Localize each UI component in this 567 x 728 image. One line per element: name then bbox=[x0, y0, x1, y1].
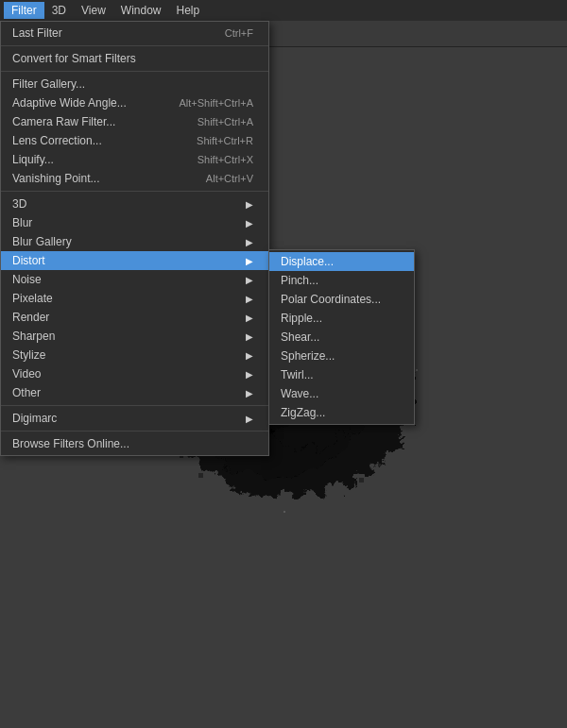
distort-submenu: Displace... Pinch... Polar Coordinates..… bbox=[268, 249, 415, 425]
menu-liquify[interactable]: Liquify... Shift+Ctrl+X bbox=[1, 150, 268, 169]
svg-rect-15 bbox=[359, 478, 364, 483]
submenu-ripple[interactable]: Ripple... bbox=[269, 309, 414, 328]
menu-bar-view[interactable]: View bbox=[74, 2, 113, 19]
menu-stylize[interactable]: Stylize ▶ bbox=[1, 346, 268, 364]
submenu-arrow-icon: ▶ bbox=[246, 218, 253, 229]
submenu-wave[interactable]: Wave... bbox=[269, 384, 414, 403]
submenu-zigzag[interactable]: ZigZag... bbox=[269, 403, 414, 422]
menu-digimarc[interactable]: Digimarc ▶ bbox=[1, 409, 268, 428]
submenu-arrow-icon: ▶ bbox=[246, 331, 253, 342]
submenu-pinch[interactable]: Pinch... bbox=[269, 271, 414, 290]
menu-bar: Filter 3D View Window Help bbox=[0, 0, 567, 21]
svg-rect-5 bbox=[378, 464, 381, 466]
submenu-arrow-icon: ▶ bbox=[246, 369, 253, 380]
menu-last-filter[interactable]: Last Filter Ctrl+F bbox=[1, 24, 268, 42]
menu-lens-correction[interactable]: Lens Correction... Shift+Ctrl+R bbox=[1, 131, 268, 150]
submenu-arrow-icon: ▶ bbox=[246, 199, 253, 210]
menu-bar-3d[interactable]: 3D bbox=[44, 2, 74, 19]
menu-camera-raw[interactable]: Camera Raw Filter... Shift+Ctrl+A bbox=[1, 112, 268, 131]
submenu-arrow-icon: ▶ bbox=[246, 414, 253, 424]
menu-bar-window[interactable]: Window bbox=[113, 2, 169, 19]
menu-blur-gallery[interactable]: Blur Gallery ▶ bbox=[1, 232, 268, 251]
svg-rect-21 bbox=[416, 369, 418, 371]
filter-dropdown: Last Filter Ctrl+F Convert for Smart Fil… bbox=[0, 21, 269, 456]
submenu-arrow-icon: ▶ bbox=[246, 294, 253, 304]
submenu-arrow-icon: ▶ bbox=[246, 313, 253, 323]
submenu-arrow-icon: ▶ bbox=[246, 256, 253, 266]
submenu-arrow-icon: ▶ bbox=[246, 275, 253, 285]
submenu-polar-coordinates[interactable]: Polar Coordinates... bbox=[269, 290, 414, 309]
menu-render[interactable]: Render ▶ bbox=[1, 308, 268, 327]
svg-rect-23 bbox=[284, 511, 285, 513]
menu-filter-gallery[interactable]: Filter Gallery... bbox=[1, 75, 268, 93]
menu-other[interactable]: Other ▶ bbox=[1, 383, 268, 402]
menu-browse-filters[interactable]: Browse Filters Online... bbox=[1, 434, 268, 453]
menu-pixelate[interactable]: Pixelate ▶ bbox=[1, 289, 268, 308]
menu-adaptive-wide[interactable]: Adaptive Wide Angle... Alt+Shift+Ctrl+A bbox=[1, 93, 268, 112]
submenu-displace[interactable]: Displace... bbox=[269, 252, 414, 271]
menu-noise[interactable]: Noise ▶ bbox=[1, 270, 268, 289]
submenu-arrow-icon: ▶ bbox=[246, 350, 253, 361]
submenu-twirl[interactable]: Twirl... bbox=[269, 365, 414, 384]
menu-video[interactable]: Video ▶ bbox=[1, 364, 268, 383]
menu-sharpen[interactable]: Sharpen ▶ bbox=[1, 327, 268, 346]
submenu-shear[interactable]: Shear... bbox=[269, 328, 414, 347]
menu-distort[interactable]: Distort ▶ Displace... Pinch... Polar Coo… bbox=[1, 251, 268, 270]
submenu-arrow-icon: ▶ bbox=[246, 388, 253, 398]
svg-rect-14 bbox=[198, 473, 203, 478]
submenu-arrow-icon: ▶ bbox=[246, 237, 253, 247]
menu-convert-smart[interactable]: Convert for Smart Filters bbox=[1, 49, 268, 68]
menu-vanishing-point[interactable]: Vanishing Point... Alt+Ctrl+V bbox=[1, 169, 268, 188]
menu-bar-help[interactable]: Help bbox=[169, 2, 208, 19]
menu-blur[interactable]: Blur ▶ bbox=[1, 213, 268, 232]
menu-bar-filter[interactable]: Filter bbox=[4, 2, 44, 19]
submenu-spherize[interactable]: Spherize... bbox=[269, 347, 414, 365]
menu-3d[interactable]: 3D ▶ bbox=[1, 195, 268, 213]
